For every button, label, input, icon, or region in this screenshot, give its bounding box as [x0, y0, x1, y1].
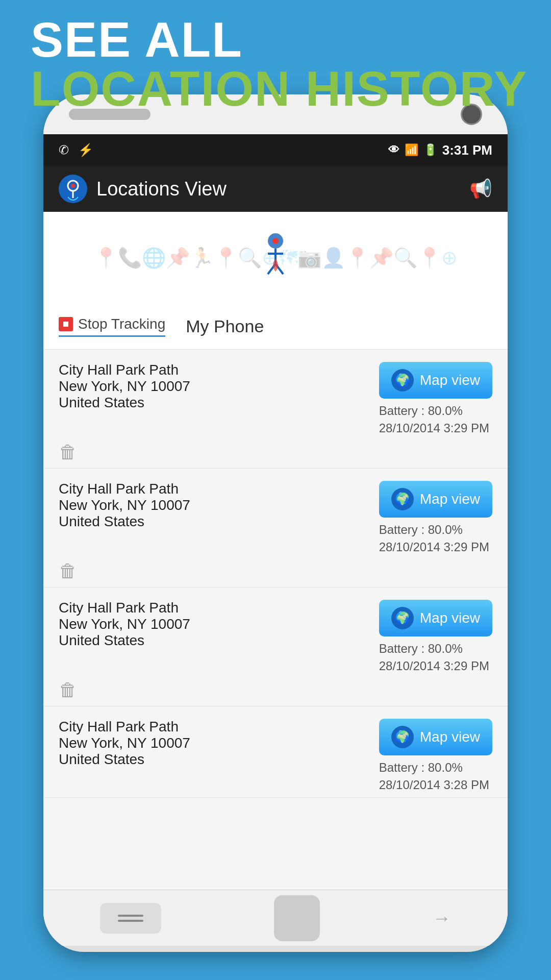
usb-icon: ⚡	[78, 143, 93, 157]
battery-1: Battery : 80.0%	[379, 404, 463, 418]
location-item-2-content: City Hall Park Path New York, NY 10007 U…	[59, 481, 492, 554]
delete-icon-1[interactable]: 🗑	[59, 442, 492, 463]
location-name-4: City Hall Park Path	[59, 719, 379, 735]
tab-my-phone-label: My Phone	[186, 316, 264, 336]
svg-point-9	[272, 238, 279, 244]
header-line1: SEE ALL	[31, 15, 528, 64]
missed-call-icon: ✆	[59, 143, 69, 157]
header-line2: LOCATION HISTORY	[31, 64, 528, 113]
location-address-1: City Hall Park Path New York, NY 10007 U…	[59, 362, 379, 411]
tabs-bar: Stop Tracking My Phone	[43, 304, 508, 350]
map-btn-globe-icon-3: 🌍	[391, 607, 414, 629]
svg-point-3	[71, 184, 75, 188]
map-view-btn-3[interactable]: 🌍 Map view	[379, 600, 492, 636]
map-btn-globe-icon-4: 🌍	[391, 726, 414, 748]
location-item-3-content: City Hall Park Path New York, NY 10007 U…	[59, 600, 492, 673]
map-btn-label-4: Map view	[420, 729, 480, 745]
svg-rect-11	[118, 920, 143, 922]
stop-icon	[59, 317, 73, 331]
location-right-2: 🌍 Map view Battery : 80.0% 28/10/2014 3:…	[379, 481, 492, 554]
location-city-1: New York, NY 10007	[59, 378, 379, 395]
location-right-3: 🌍 Map view Battery : 80.0% 28/10/2014 3:…	[379, 600, 492, 673]
bottom-nav: →	[43, 890, 508, 946]
battery-2: Battery : 80.0%	[379, 523, 463, 537]
location-country-2: United States	[59, 513, 379, 530]
location-item-4: City Hall Park Path New York, NY 10007 U…	[43, 706, 508, 798]
stop-inner-square	[63, 322, 68, 327]
banner-area: 📍📞🌐📌🏃📍🔍⊕ 🗺📷👤📍📌🔍📍⊕	[43, 212, 508, 304]
map-btn-label-1: Map view	[420, 372, 480, 388]
datetime-1: 28/10/2014 3:29 PM	[379, 421, 489, 435]
nav-forward-icon: →	[433, 908, 451, 929]
location-item-4-content: City Hall Park Path New York, NY 10007 U…	[59, 719, 492, 792]
svg-rect-12	[277, 898, 317, 939]
mascot-icon	[253, 231, 298, 285]
location-country-3: United States	[59, 632, 379, 649]
location-country-4: United States	[59, 751, 379, 768]
location-address-4: City Hall Park Path New York, NY 10007 U…	[59, 719, 379, 768]
datetime-2: 28/10/2014 3:29 PM	[379, 540, 489, 554]
app-logo-icon	[59, 175, 87, 203]
datetime-4: 28/10/2014 3:28 PM	[379, 778, 489, 792]
map-btn-label-3: Map view	[420, 610, 480, 626]
location-name-1: City Hall Park Path	[59, 362, 379, 378]
map-view-btn-4[interactable]: 🌍 Map view	[379, 719, 492, 755]
map-view-btn-2[interactable]: 🌍 Map view	[379, 481, 492, 518]
delete-icon-3[interactable]: 🗑	[59, 679, 492, 701]
location-item-2: City Hall Park Path New York, NY 10007 U…	[43, 469, 508, 587]
tab-stop-tracking[interactable]: Stop Tracking	[59, 316, 165, 337]
location-city-4: New York, NY 10007	[59, 735, 379, 751]
location-item-1: City Hall Park Path New York, NY 10007 U…	[43, 350, 508, 469]
megaphone-icon[interactable]: 📢	[469, 178, 492, 200]
nav-back-btn[interactable]	[100, 903, 161, 934]
svg-rect-10	[118, 915, 143, 917]
location-address-2: City Hall Park Path New York, NY 10007 U…	[59, 481, 379, 530]
battery-3: Battery : 80.0%	[379, 642, 463, 656]
location-list: City Hall Park Path New York, NY 10007 U…	[43, 350, 508, 890]
battery-4: Battery : 80.0%	[379, 761, 463, 775]
map-btn-globe-icon-2: 🌍	[391, 488, 414, 510]
tab-stop-tracking-label: Stop Tracking	[78, 316, 165, 332]
location-city-3: New York, NY 10007	[59, 616, 379, 632]
map-btn-globe-icon-1: 🌍	[391, 369, 414, 391]
eye-icon: 👁	[388, 143, 399, 157]
location-item-1-content: City Hall Park Path New York, NY 10007 U…	[59, 362, 492, 435]
delete-icon-2[interactable]: 🗑	[59, 560, 492, 582]
app-titlebar: Locations View 📢	[43, 166, 508, 212]
svg-point-0	[59, 175, 87, 203]
nav-home-btn[interactable]	[274, 895, 320, 941]
map-btn-label-2: Map view	[420, 491, 480, 507]
phone-frame: ✆ ⚡ 👁 📶 🔋 3:31 PM Locat	[43, 94, 508, 952]
location-name-2: City Hall Park Path	[59, 481, 379, 497]
location-address-3: City Hall Park Path New York, NY 10007 U…	[59, 600, 379, 649]
map-view-btn-1[interactable]: 🌍 Map view	[379, 362, 492, 399]
location-name-3: City Hall Park Path	[59, 600, 379, 616]
status-bar: ✆ ⚡ 👁 📶 🔋 3:31 PM	[43, 134, 508, 166]
signal-icon: 📶	[405, 143, 418, 157]
tab-my-phone[interactable]: My Phone	[186, 316, 264, 336]
status-left-icons: ✆ ⚡	[59, 143, 93, 157]
datetime-3: 28/10/2014 3:29 PM	[379, 659, 489, 673]
app-title: Locations View	[96, 178, 227, 200]
location-right-4: 🌍 Map view Battery : 80.0% 28/10/2014 3:…	[379, 719, 492, 792]
app-titlebar-left: Locations View	[59, 175, 227, 203]
header-text: SEE ALL LOCATION HISTORY	[31, 15, 528, 113]
location-country-1: United States	[59, 395, 379, 411]
status-right-info: 👁 📶 🔋 3:31 PM	[388, 142, 492, 158]
location-city-2: New York, NY 10007	[59, 497, 379, 513]
battery-icon: 🔋	[423, 143, 437, 157]
phone-inner: ✆ ⚡ 👁 📶 🔋 3:31 PM Locat	[43, 134, 508, 946]
location-right-1: 🌍 Map view Battery : 80.0% 28/10/2014 3:…	[379, 362, 492, 435]
clock-time: 3:31 PM	[442, 142, 492, 158]
location-item-3: City Hall Park Path New York, NY 10007 U…	[43, 587, 508, 706]
